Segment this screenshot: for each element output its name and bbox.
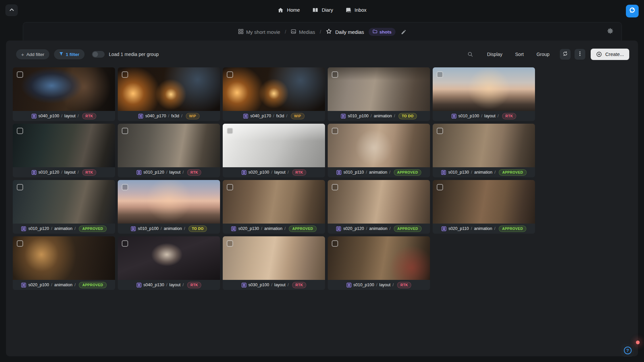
thumbnail[interactable] — [328, 236, 430, 280]
help-button[interactable]: ? — [621, 344, 634, 357]
breadcrumb-project[interactable]: My short movie — [238, 29, 280, 35]
thumbnail[interactable] — [13, 180, 115, 224]
select-checkbox[interactable] — [17, 128, 23, 134]
star-icon[interactable] — [326, 28, 332, 36]
sort-button[interactable]: Sort — [515, 52, 524, 57]
add-filter-button[interactable]: + Add filter — [16, 49, 49, 59]
search-icon[interactable] — [467, 51, 473, 57]
select-checkbox[interactable] — [227, 71, 233, 78]
caption-separator: / — [394, 114, 395, 118]
film-icon — [231, 226, 236, 231]
create-button[interactable]: Create... — [591, 49, 629, 60]
media-card[interactable]: s030_p100 / layout / RTK — [223, 236, 325, 290]
thumbnail[interactable] — [118, 67, 220, 111]
tag-label: shots — [379, 29, 391, 35]
thumbnail[interactable] — [118, 124, 220, 167]
media-card[interactable]: s010_p100 / animation / TO DO — [118, 180, 220, 234]
toggle-track[interactable] — [92, 51, 105, 58]
media-card[interactable]: s010_p110 / animation / APPROVED — [328, 124, 430, 177]
refresh-button[interactable] — [560, 49, 571, 60]
media-name: s040_p170 — [250, 114, 271, 118]
media-card[interactable]: s010_p100 / layout / RTK — [433, 67, 535, 121]
status-badge: RTK — [187, 169, 202, 176]
select-checkbox[interactable] — [122, 184, 128, 190]
thumbnail[interactable] — [223, 67, 325, 111]
entity-type-tag[interactable]: shots — [369, 28, 395, 36]
media-card[interactable]: s010_p120 / layout / RTK — [13, 124, 115, 177]
thumbnail[interactable] — [13, 67, 115, 111]
more-options-button[interactable] — [575, 49, 585, 60]
thumbnail[interactable] — [13, 124, 115, 167]
caption-separator: / — [284, 226, 285, 231]
select-checkbox[interactable] — [332, 128, 338, 134]
thumbnail[interactable] — [328, 67, 430, 111]
nav-item-inbox[interactable]: Inbox — [345, 7, 366, 13]
media-name: s010_p100 — [138, 226, 159, 231]
media-card[interactable]: s020_p110 / animation / APPROVED — [433, 180, 535, 234]
media-caption: s010_p120 / layout / RTK — [13, 167, 115, 177]
select-checkbox[interactable] — [437, 128, 443, 134]
select-checkbox[interactable] — [17, 184, 23, 190]
media-card[interactable]: s040_p170 / fx3d / WIP — [223, 67, 325, 121]
media-card[interactable]: s020_p130 / animation / APPROVED — [223, 180, 325, 234]
select-checkbox[interactable] — [227, 128, 233, 134]
caption-separator: / — [273, 114, 274, 118]
select-checkbox[interactable] — [227, 184, 233, 190]
thumbnail[interactable] — [433, 124, 535, 167]
film-icon — [451, 114, 457, 119]
thumbnail[interactable] — [328, 180, 430, 224]
select-checkbox[interactable] — [122, 71, 128, 78]
caption-separator: / — [366, 170, 367, 175]
task-type: animation — [474, 226, 492, 231]
media-card[interactable]: s040_p170 / fx3d / WIP — [118, 67, 220, 121]
select-checkbox[interactable] — [437, 71, 443, 78]
select-checkbox[interactable] — [17, 71, 23, 78]
media-card[interactable]: s010_p120 / layout / RTK — [118, 124, 220, 177]
select-checkbox[interactable] — [437, 184, 443, 190]
edit-pencil-icon[interactable] — [401, 29, 407, 35]
thumbnail[interactable] — [328, 124, 430, 167]
media-card[interactable]: s020_p100 / animation / APPROVED — [13, 236, 115, 290]
media-card[interactable]: s010_p100 / layout / RTK — [328, 236, 430, 290]
app-logo-button[interactable] — [626, 5, 639, 17]
page-title: Daily medias — [335, 29, 364, 35]
select-checkbox[interactable] — [122, 128, 128, 134]
media-card[interactable]: s010_p120 / animation / APPROVED — [13, 180, 115, 234]
select-checkbox[interactable] — [332, 240, 338, 247]
nav-item-diary[interactable]: Diary — [312, 7, 333, 13]
load-one-media-toggle[interactable]: Load 1 media per group — [92, 51, 159, 58]
select-checkbox[interactable] — [227, 240, 233, 247]
caption-separator: / — [51, 226, 52, 231]
thumbnail[interactable] — [118, 180, 220, 224]
thumbnail[interactable] — [118, 236, 220, 280]
settings-gear-icon[interactable] — [607, 27, 614, 36]
kitsu-logo-icon — [628, 6, 636, 16]
caption-separator: / — [182, 283, 183, 287]
active-filter-button[interactable]: 1 filter — [54, 49, 85, 59]
select-checkbox[interactable] — [332, 184, 338, 190]
thumbnail[interactable] — [13, 236, 115, 280]
nav-item-home[interactable]: Home — [277, 7, 300, 13]
group-button[interactable]: Group — [536, 52, 549, 57]
breadcrumb-section-medias[interactable]: Medias — [291, 29, 315, 35]
select-checkbox[interactable] — [17, 240, 23, 247]
breadcrumb: My short movie / Medias / Daily medias s… — [23, 22, 622, 41]
media-caption: s040_p130 / layout / RTK — [118, 280, 220, 290]
media-card[interactable]: s020_p120 / animation / APPROVED — [328, 180, 430, 234]
thumbnail[interactable] — [223, 236, 325, 280]
thumbnail[interactable] — [433, 67, 535, 111]
thumbnail[interactable] — [223, 124, 325, 167]
breadcrumb-separator: / — [283, 29, 287, 35]
thumbnail[interactable] — [433, 180, 535, 224]
thumbnail[interactable] — [223, 180, 325, 224]
folder-icon — [373, 29, 377, 35]
media-card[interactable]: s040_p100 / layout / RTK — [13, 67, 115, 121]
caption-separator: / — [287, 170, 288, 175]
media-card[interactable]: s010_p100 / animation / TO DO — [328, 67, 430, 121]
media-card[interactable]: s020_p100 / layout / RTK — [223, 124, 325, 177]
display-button[interactable]: Display — [487, 52, 502, 57]
media-card[interactable]: s010_p130 / animation / APPROVED — [433, 124, 535, 177]
media-card[interactable]: s040_p130 / layout / RTK — [118, 236, 220, 290]
select-checkbox[interactable] — [122, 240, 128, 247]
select-checkbox[interactable] — [332, 71, 338, 78]
